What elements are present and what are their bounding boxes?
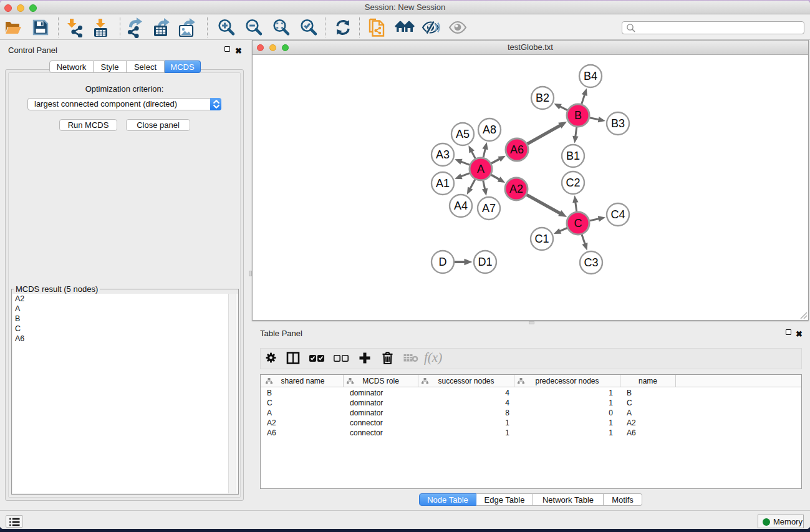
svg-text:A7: A7 (482, 202, 496, 215)
svg-text:A5: A5 (456, 128, 470, 140)
svg-text:C4: C4 (610, 208, 625, 221)
svg-text:C1: C1 (534, 233, 549, 245)
svg-text:B3: B3 (611, 117, 625, 130)
svg-text:A6: A6 (510, 143, 524, 156)
svg-text:A8: A8 (483, 123, 496, 136)
svg-text:B: B (574, 109, 582, 122)
svg-text:B1: B1 (566, 150, 580, 162)
svg-text:B4: B4 (584, 70, 597, 82)
svg-text:A2: A2 (509, 183, 523, 195)
svg-text:D1: D1 (478, 256, 492, 268)
svg-text:B2: B2 (536, 92, 549, 104)
svg-text:A3: A3 (436, 148, 450, 161)
svg-text:D: D (439, 256, 447, 268)
svg-text:A4: A4 (454, 200, 468, 212)
svg-text:C: C (574, 217, 582, 230)
svg-text:A: A (477, 163, 485, 175)
svg-text:C2: C2 (566, 177, 580, 189)
svg-text:C3: C3 (584, 256, 598, 269)
svg-text:A1: A1 (436, 177, 450, 190)
